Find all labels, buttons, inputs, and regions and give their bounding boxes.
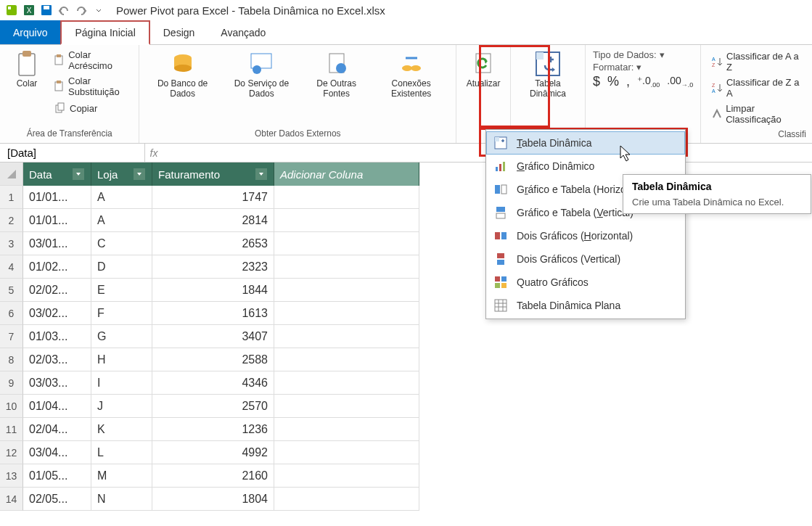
cell-empty[interactable] — [274, 418, 419, 441]
dropdown-item-pivot-table[interactable]: Tabela Dinâmica — [486, 131, 685, 155]
cell-loja[interactable]: E — [91, 279, 152, 302]
dropdown-item-two-charts-h[interactable]: Dois Gráficos (Horizontal) — [486, 224, 685, 247]
cell-data[interactable]: 03/04... — [23, 441, 91, 464]
add-column-header[interactable]: Adicionar Coluna — [274, 163, 419, 186]
cell-data[interactable]: 02/04... — [23, 418, 91, 441]
cell-loja[interactable]: H — [91, 348, 152, 371]
fx-icon[interactable]: fx — [145, 147, 163, 159]
cell-loja[interactable]: A — [91, 186, 152, 209]
cell-faturamento[interactable]: 4992 — [152, 441, 274, 464]
row-header[interactable]: 11 — [0, 418, 23, 441]
row-header[interactable]: 13 — [0, 464, 23, 488]
row-header[interactable]: 7 — [0, 325, 23, 348]
undo-icon[interactable] — [57, 3, 71, 17]
cell-data[interactable]: 01/03... — [23, 325, 91, 348]
cell-data[interactable]: 01/01... — [23, 209, 91, 232]
from-data-service-button[interactable]: Do Serviço de Dados — [223, 48, 300, 102]
cell-faturamento[interactable]: 1844 — [152, 279, 274, 302]
currency-button[interactable]: $ — [593, 74, 600, 89]
paste-replace-button[interactable]: Colar Substituição — [51, 74, 133, 99]
column-header-loja[interactable]: Loja — [91, 163, 152, 186]
cell-faturamento[interactable]: 1747 — [152, 186, 274, 209]
cell-faturamento[interactable]: 2570 — [152, 395, 274, 418]
column-header-data[interactable]: Data — [23, 163, 91, 186]
cell-empty[interactable] — [274, 302, 419, 325]
cell-loja[interactable]: I — [91, 371, 152, 395]
cell-faturamento[interactable]: 4346 — [152, 371, 274, 395]
cell-data[interactable]: 01/01... — [23, 186, 91, 209]
cell-empty[interactable] — [274, 441, 419, 464]
redo-icon[interactable] — [74, 3, 89, 17]
cell-faturamento[interactable]: 2323 — [152, 255, 274, 279]
cell-empty[interactable] — [274, 371, 419, 395]
copy-button[interactable]: Copiar — [51, 100, 133, 116]
cell-empty[interactable] — [274, 209, 419, 232]
cell-loja[interactable]: G — [91, 325, 152, 348]
from-other-sources-button[interactable]: De Outras Fontes — [303, 48, 369, 102]
row-header[interactable]: 12 — [0, 441, 23, 464]
percent-button[interactable]: % — [607, 74, 619, 89]
cell-empty[interactable] — [274, 464, 419, 488]
paste-append-button[interactable]: Colar Acréscimo — [51, 48, 133, 73]
sort-az-button[interactable]: AZ Classificar de A a Z — [708, 49, 805, 74]
tab-file[interactable]: Arquivo — [0, 20, 60, 44]
decrease-decimal-button[interactable]: .00→.0 — [667, 75, 693, 89]
cell-data[interactable]: 02/03... — [23, 348, 91, 371]
row-header[interactable]: 8 — [0, 348, 23, 371]
cell-empty[interactable] — [274, 395, 419, 418]
cell-loja[interactable]: A — [91, 209, 152, 232]
row-header[interactable]: 5 — [0, 279, 23, 302]
cell-data[interactable]: 02/05... — [23, 488, 91, 511]
row-header[interactable]: 14 — [0, 488, 23, 511]
row-header[interactable]: 2 — [0, 209, 23, 232]
cell-loja[interactable]: F — [91, 302, 152, 325]
cell-faturamento[interactable]: 2588 — [152, 348, 274, 371]
filter-dropdown-icon[interactable] — [255, 168, 268, 181]
cell-empty[interactable] — [274, 279, 419, 302]
cell-loja[interactable]: L — [91, 441, 152, 464]
row-header[interactable]: 9 — [0, 371, 23, 395]
dropdown-item-two-charts-v[interactable]: Dois Gráficos (Vertical) — [486, 247, 685, 271]
cell-empty[interactable] — [274, 255, 419, 279]
cell-loja[interactable]: C — [91, 232, 152, 255]
comma-button[interactable]: , — [626, 74, 630, 89]
cell-loja[interactable]: N — [91, 488, 152, 511]
cell-loja[interactable]: K — [91, 418, 152, 441]
refresh-button[interactable]: Atualizar — [462, 48, 504, 91]
cell-data[interactable]: 03/01... — [23, 232, 91, 255]
cell-faturamento[interactable]: 3407 — [152, 325, 274, 348]
filter-dropdown-icon[interactable] — [72, 168, 85, 181]
filter-dropdown-icon[interactable] — [133, 168, 146, 181]
dropdown-item-four-charts[interactable]: Quatro Gráficos — [486, 271, 685, 294]
name-box[interactable]: [Data] — [0, 144, 145, 162]
tab-home[interactable]: Página Inicial — [60, 20, 149, 45]
cell-faturamento[interactable]: 1804 — [152, 488, 274, 511]
cell-faturamento[interactable]: 2653 — [152, 232, 274, 255]
format-row[interactable]: Formatar: ▾ — [593, 62, 693, 73]
cell-data[interactable]: 03/03... — [23, 371, 91, 395]
cell-faturamento[interactable]: 1613 — [152, 302, 274, 325]
paste-button[interactable]: Colar — [6, 48, 48, 91]
cell-loja[interactable]: J — [91, 395, 152, 418]
row-header[interactable]: 6 — [0, 302, 23, 325]
sort-za-button[interactable]: ZA Classificar de Z a A — [708, 75, 805, 100]
qat-dropdown-icon[interactable] — [91, 3, 106, 17]
row-header[interactable]: 4 — [0, 255, 23, 279]
tab-advanced[interactable]: Avançado — [208, 20, 279, 44]
cell-empty[interactable] — [274, 186, 419, 209]
cell-data[interactable]: 02/02... — [23, 279, 91, 302]
pivot-table-button[interactable]: Tabela Dinâmica — [517, 48, 579, 102]
from-database-button[interactable]: Do Banco de Dados — [145, 48, 219, 102]
cell-loja[interactable]: M — [91, 464, 152, 488]
clear-sort-button[interactable]: Limpar Classificação — [708, 102, 805, 126]
dropdown-item-flat-pivot[interactable]: Tabela Dinâmica Plana — [486, 294, 685, 317]
cell-data[interactable]: 01/04... — [23, 395, 91, 418]
row-header[interactable]: 3 — [0, 232, 23, 255]
existing-connections-button[interactable]: Conexões Existentes — [372, 48, 450, 102]
cell-faturamento[interactable]: 2814 — [152, 209, 274, 232]
cell-data[interactable]: 03/02... — [23, 302, 91, 325]
row-header[interactable]: 1 — [0, 186, 23, 209]
select-all-corner[interactable] — [0, 163, 23, 186]
cell-empty[interactable] — [274, 325, 419, 348]
cell-data[interactable]: 01/05... — [23, 464, 91, 488]
